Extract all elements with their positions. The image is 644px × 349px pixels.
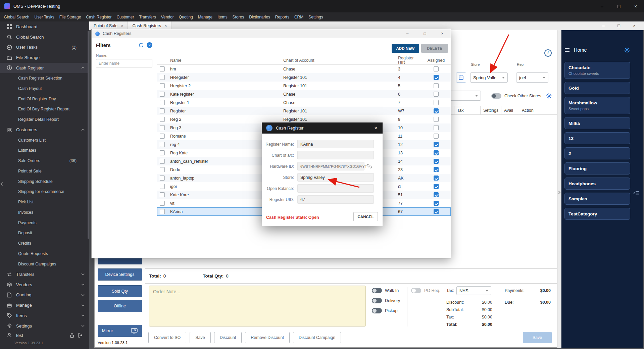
sidebar-item-deposit[interactable]: Deposit: [0, 228, 89, 238]
assigned-checkbox[interactable]: [434, 100, 439, 105]
menu-item-dictionaries[interactable]: Dictionaries: [247, 12, 273, 21]
panel-collapse-strip[interactable]: [557, 30, 561, 348]
minimize-button[interactable]: –: [594, 0, 610, 12]
menu-item-cash-register[interactable]: Cash Register: [84, 12, 114, 21]
sidebar-item-transfers[interactable]: Transfers: [0, 269, 89, 280]
maximize-button[interactable]: □: [419, 29, 431, 38]
row-checkbox[interactable]: [160, 100, 165, 105]
row-checkbox[interactable]: [160, 176, 165, 181]
category-card-testcategory[interactable]: TestCategory: [564, 208, 630, 220]
row-checkbox[interactable]: [160, 75, 165, 80]
field-input-register-uid[interactable]: 67: [297, 195, 374, 204]
assigned-checkbox[interactable]: [434, 117, 439, 122]
sidebar-collapse-icon[interactable]: [0, 182, 3, 186]
calendar-button[interactable]: [456, 72, 466, 83]
table-row-hregister-2[interactable]: Hregister 2Register 1015: [157, 82, 451, 90]
info-icon[interactable]: i: [544, 49, 552, 57]
name-filter-input[interactable]: [96, 59, 152, 67]
sidebar-item-invoices[interactable]: Invoices: [0, 207, 89, 218]
assigned-checkbox[interactable]: [434, 108, 439, 113]
refresh-icon[interactable]: [138, 42, 144, 48]
table-row-register-1[interactable]: Register 1Chase7: [157, 98, 451, 107]
sidebar-item-point-of-sale[interactable]: Point of Sale: [0, 166, 89, 177]
close-button[interactable]: ×: [437, 29, 448, 38]
sidebar-item-shipping-schedule[interactable]: Shipping Schedule: [0, 176, 89, 187]
tab-close-icon[interactable]: ×: [121, 23, 123, 28]
category-card-flooring[interactable]: Flooring: [564, 162, 630, 174]
pos-minimize-button[interactable]: –: [596, 21, 611, 30]
logout-icon[interactable]: [78, 333, 83, 338]
gear-icon[interactable]: [546, 93, 552, 99]
row-checkbox[interactable]: [160, 125, 165, 130]
category-card-12[interactable]: 12: [564, 132, 630, 144]
field-input-hardware-id[interactable]: 6WBTHNRFPMM7PG4R78YXGD1GVYT: [297, 162, 364, 170]
row-checkbox[interactable]: [160, 66, 165, 71]
sidebar-item-settings[interactable]: Settings: [0, 321, 89, 331]
menu-item-user-tasks[interactable]: User Tasks: [32, 12, 57, 21]
add-new-button[interactable]: ADD NEW: [392, 44, 419, 53]
sidebar-item-customers-list[interactable]: Customers List: [0, 135, 89, 145]
menu-item-settings[interactable]: Settings: [306, 12, 326, 21]
hamburger-icon[interactable]: [564, 48, 570, 52]
assigned-checkbox[interactable]: [434, 150, 439, 155]
field-input-chart-of-a-c[interactable]: [297, 151, 374, 159]
menu-item-global-search[interactable]: Global Search: [1, 12, 32, 21]
sidebar-item-vendors[interactable]: Vendors: [0, 280, 89, 290]
row-checkbox[interactable]: [160, 159, 165, 164]
category-card-samples[interactable]: Samples: [564, 193, 630, 205]
user-row[interactable]: test: [0, 331, 89, 340]
order-note-input[interactable]: [149, 286, 366, 327]
check-other-stores-toggle[interactable]: [491, 93, 501, 99]
assigned-checkbox[interactable]: [434, 83, 439, 88]
assigned-checkbox[interactable]: [434, 125, 439, 130]
assigned-checkbox[interactable]: [434, 66, 439, 71]
row-checkbox[interactable]: [160, 184, 165, 189]
store-select[interactable]: Spring Valle: [470, 72, 508, 83]
assigned-checkbox[interactable]: [434, 75, 439, 80]
tab-close-icon[interactable]: ×: [164, 23, 167, 28]
menu-item-manage[interactable]: Manage: [195, 12, 215, 21]
remove-discount-button[interactable]: Remove Discount: [245, 332, 290, 343]
mirror-button[interactable]: Mirror: [98, 325, 142, 337]
menu-item-items[interactable]: Items: [215, 12, 230, 21]
convert-to-so-button[interactable]: Convert to SO: [148, 332, 186, 343]
cancel-button[interactable]: CANCEL: [353, 212, 378, 221]
sidebar-item-end-of-register-day[interactable]: End Of Register Day: [0, 94, 89, 104]
table-row-register[interactable]: RegisterRegister 101W7: [157, 107, 451, 115]
category-card-chocolate[interactable]: ChocolateChocolate sweets: [564, 62, 630, 79]
minimize-button[interactable]: –: [402, 29, 413, 38]
sidebar-scrollbar[interactable]: [88, 31, 89, 239]
menu-item-transfers[interactable]: Transfers: [137, 12, 158, 21]
sidebar-item-cash-register[interactable]: Cash Register: [0, 63, 89, 73]
lock-icon[interactable]: [69, 333, 75, 338]
side-button-device-settings[interactable]: Device Settings: [98, 268, 142, 281]
broken-link-icon[interactable]: [366, 163, 372, 169]
sidebar-item-file-storage[interactable]: File Storage: [0, 52, 89, 63]
field-input-register-name[interactable]: KArina: [297, 140, 374, 148]
menu-item-quoting[interactable]: Quoting: [176, 12, 195, 21]
sidebar-item-customers[interactable]: Customers: [0, 125, 89, 135]
sidebar-item-cash-register-selection[interactable]: Cash Register Selection: [0, 73, 89, 84]
gear-icon[interactable]: [624, 47, 630, 53]
category-card-gold[interactable]: Gold: [564, 82, 630, 94]
menu-item-stores[interactable]: Stores: [230, 12, 247, 21]
menu-item-file-storage[interactable]: File Storage: [57, 12, 84, 21]
po-req-toggle[interactable]: [411, 288, 421, 293]
pickup-toggle[interactable]: [372, 308, 382, 313]
walk-in-toggle[interactable]: [372, 288, 382, 293]
table-row-kate-register[interactable]: Kate registerChase6: [157, 90, 451, 98]
field-input-store[interactable]: Spring Valley: [297, 173, 374, 182]
menu-item-customer[interactable]: Customer: [114, 12, 137, 21]
close-icon[interactable]: ×: [369, 122, 383, 134]
menu-item-reports[interactable]: Reports: [273, 12, 292, 21]
assigned-checkbox[interactable]: [434, 209, 439, 214]
delivery-toggle[interactable]: [372, 298, 382, 303]
assigned-checkbox[interactable]: [434, 134, 439, 139]
close-button[interactable]: ×: [627, 0, 644, 12]
assigned-checkbox[interactable]: [434, 192, 439, 197]
row-checkbox[interactable]: [160, 201, 165, 206]
sidebar-item-estimates[interactable]: Estimates: [0, 145, 89, 156]
table-row-hregister[interactable]: HRegisterRegister 1014: [157, 73, 451, 82]
row-checkbox[interactable]: [160, 83, 165, 88]
row-checkbox[interactable]: [160, 117, 165, 122]
